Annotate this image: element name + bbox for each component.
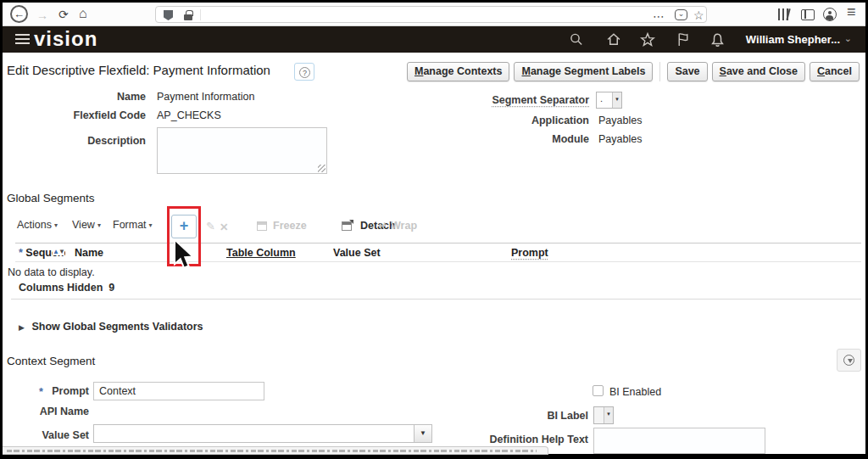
edit-segment-button[interactable]: ✎	[206, 220, 215, 232]
help-button[interactable]: ?	[294, 63, 314, 81]
search-icon	[569, 32, 584, 47]
page-actions-button[interactable]: ⋯	[653, 10, 665, 22]
caret-down-icon: ▾	[149, 221, 153, 229]
pocket-button[interactable]: ⌄	[675, 9, 687, 20]
cancel-button[interactable]: Cancel	[810, 62, 860, 81]
bi-label-label: BI Label	[434, 410, 588, 422]
bi-label-value	[594, 407, 604, 423]
circle-arrow-icon	[843, 355, 854, 366]
global-segments-heading: Global Segments	[7, 192, 95, 204]
pencil-icon: ✎	[206, 220, 215, 232]
caret-down-icon: ▾	[54, 221, 58, 229]
column-header-table-column[interactable]: Table Column	[226, 247, 296, 259]
browser-menu-button[interactable]: ≡	[847, 6, 856, 18]
address-separator	[200, 9, 201, 20]
library-button[interactable]	[778, 8, 790, 20]
show-validators-toggle[interactable]: ▶ Show Global Segments Validators	[19, 321, 203, 333]
user-chevron-down-icon: ⌄	[844, 33, 852, 44]
bi-label-dropdown-icon[interactable]: ▼	[604, 407, 613, 423]
application-value: Payables	[598, 115, 642, 126]
home-nav-button[interactable]	[606, 32, 621, 47]
page-content: Edit Descriptive Flexfield: Payment Info…	[3, 53, 865, 454]
bookmark-button[interactable]: ☆	[693, 9, 704, 21]
sidebar-toggle-button[interactable]	[801, 9, 815, 20]
page-action-buttons: Manage Contexts Manage Segment Labels Sa…	[407, 62, 860, 81]
status-url-text	[7, 450, 537, 452]
account-button[interactable]	[823, 8, 837, 21]
bi-label-select[interactable]: ▼	[593, 406, 614, 424]
segments-table-header: * Sequence ▲▼ Name Table Column Value Se…	[15, 243, 861, 262]
prompt-label: Prompt	[3, 385, 89, 397]
module-value: Payables	[598, 133, 642, 145]
user-menu[interactable]: William Shepher...	[746, 33, 840, 46]
sort-desc-icon: ▼	[58, 248, 64, 255]
column-header-prompt[interactable]: Prompt	[511, 247, 548, 259]
navigator-menu-button[interactable]	[15, 34, 30, 45]
watchlist-button[interactable]	[676, 32, 691, 47]
favorites-star-icon	[640, 32, 655, 47]
tracking-shield-icon[interactable]	[164, 10, 173, 20]
save-button[interactable]: Save	[667, 62, 707, 81]
format-menu[interactable]: Format▾	[113, 219, 153, 231]
browser-forward-button[interactable]: →	[36, 9, 48, 21]
prompt-input[interactable]	[93, 382, 264, 400]
column-header-name[interactable]: Name	[75, 247, 103, 259]
flag-icon	[676, 32, 691, 47]
vision-logo: vision	[34, 27, 97, 51]
api-name-label: API Name	[3, 406, 89, 417]
mouse-cursor	[172, 238, 198, 271]
value-set-combobox[interactable]: ▼	[93, 424, 432, 443]
lock-icon[interactable]	[184, 14, 192, 20]
bi-enabled-label: BI Enabled	[609, 386, 661, 398]
home-nav-icon	[606, 32, 621, 47]
segment-separator-value: .	[597, 92, 612, 108]
address-bar[interactable]: ⋯ ⌄ ☆	[155, 6, 707, 23]
bi-enabled-checkbox[interactable]	[593, 385, 604, 396]
delete-segment-button[interactable]: ✕	[220, 221, 228, 233]
bookmark-star-icon: ☆	[693, 8, 704, 22]
value-set-label: Value Set	[3, 429, 89, 441]
flexfield-code-value: AP_CHECKS	[157, 109, 221, 121]
notifications-button[interactable]	[709, 32, 726, 48]
browser-home-button[interactable]: ⌂	[79, 8, 87, 20]
browser-status-bar	[3, 446, 548, 455]
sort-icons[interactable]: ▲▼	[53, 248, 64, 255]
browser-back-button[interactable]: ←	[10, 5, 28, 23]
section-divider	[11, 299, 861, 299]
manage-contexts-button[interactable]: Manage Contexts	[407, 62, 510, 81]
sort-asc-icon: ▲	[53, 248, 58, 255]
context-segment-heading: Context Segment	[7, 355, 95, 367]
empty-table-message: No data to display.	[8, 266, 95, 278]
favorites-button[interactable]	[640, 32, 655, 47]
actions-menu[interactable]: Actions▾	[17, 219, 58, 231]
columns-hidden-count: 9	[108, 282, 114, 294]
refresh-icon: ⟳	[58, 8, 69, 21]
browser-refresh-button[interactable]: ⟳	[58, 8, 69, 20]
page-title: Edit Descriptive Flexfield: Payment Info…	[7, 63, 270, 77]
forward-icon: →	[36, 8, 48, 22]
caret-down-icon: ▾	[97, 221, 101, 229]
view-menu[interactable]: View▾	[72, 219, 101, 231]
description-textarea[interactable]	[157, 127, 327, 174]
column-header-value-set[interactable]: Value Set	[333, 247, 381, 259]
flexfield-code-label: Flexfield Code	[3, 109, 146, 121]
bell-icon	[709, 32, 726, 48]
resize-grip-icon[interactable]	[318, 165, 326, 172]
help-question-icon: ?	[299, 67, 310, 78]
name-value: Payment Information	[157, 91, 254, 103]
save-and-close-button[interactable]: Save and Close	[712, 62, 805, 81]
wrap-button[interactable]: Wrap	[391, 220, 417, 232]
menu-icon: ≡	[847, 3, 856, 20]
browser-toolbar: ← → ⟳ ⌂ ⋯ ⌄ ☆ ≡	[3, 3, 865, 26]
definition-help-text-textarea[interactable]	[593, 428, 765, 454]
freeze-button[interactable]: Freeze	[273, 220, 307, 232]
name-label: Name	[3, 91, 146, 103]
app-header: vision William Shepher... ⌄	[3, 26, 865, 53]
wrap-icon: ↵	[378, 219, 387, 232]
value-set-dropdown-icon[interactable]: ▼	[414, 425, 431, 442]
manage-segment-labels-button[interactable]: Manage Segment Labels	[514, 62, 653, 81]
page-tools-button[interactable]	[837, 349, 861, 372]
segment-separator-select[interactable]: . ▼	[596, 92, 622, 109]
segment-separator-dropdown-icon[interactable]: ▼	[612, 92, 621, 108]
global-search-button[interactable]	[569, 32, 584, 47]
